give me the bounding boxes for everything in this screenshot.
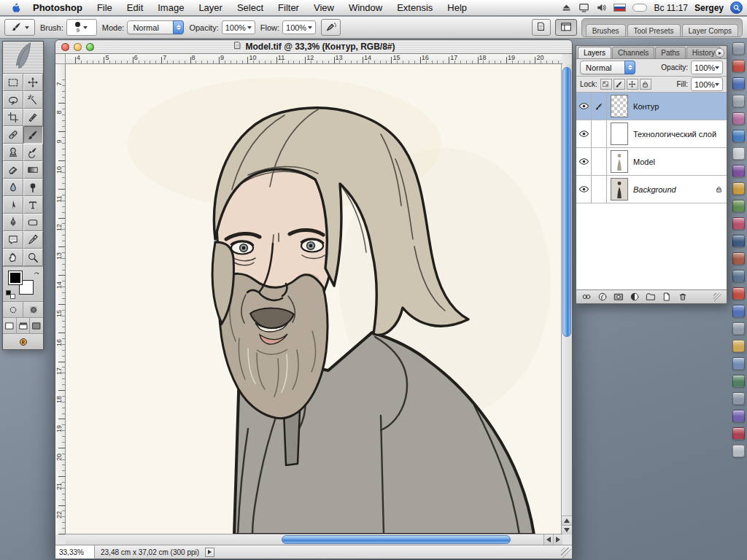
dock-palette-icon[interactable] bbox=[732, 77, 745, 90]
menu-select[interactable]: Select bbox=[230, 0, 271, 15]
menu-extensis[interactable]: Extensis bbox=[390, 0, 440, 15]
dock-palette-icon[interactable] bbox=[732, 392, 745, 405]
delete-layer-icon[interactable] bbox=[678, 292, 688, 302]
dock-palette-icon[interactable] bbox=[732, 130, 745, 142]
dock-palette-icon[interactable] bbox=[732, 95, 745, 107]
well-tab-layer-comps[interactable]: Layer Comps bbox=[682, 24, 738, 36]
standard-screen-button[interactable] bbox=[3, 318, 17, 333]
foreground-color-swatch[interactable] bbox=[8, 271, 23, 285]
menu-window[interactable]: Window bbox=[341, 0, 390, 15]
palette-list-button[interactable] bbox=[532, 19, 551, 36]
dock-palette-icon[interactable] bbox=[732, 112, 745, 125]
horizontal-scrollbar[interactable] bbox=[66, 534, 562, 545]
layer-thumbnail[interactable] bbox=[611, 150, 628, 173]
vertical-scroll-thumb[interactable] bbox=[562, 67, 571, 337]
dock-palette-icon[interactable] bbox=[732, 252, 745, 265]
mode-select[interactable]: Normal bbox=[127, 20, 184, 34]
layer-thumbnail[interactable] bbox=[611, 95, 628, 117]
quick-mask-button[interactable] bbox=[23, 302, 43, 317]
lock-transparency-icon[interactable] bbox=[600, 79, 612, 90]
file-browser-toggle[interactable] bbox=[555, 19, 577, 36]
well-tab-tool-presets[interactable]: Tool Presets bbox=[627, 24, 681, 36]
toolbox-header[interactable] bbox=[3, 42, 43, 74]
menu-filter[interactable]: Filter bbox=[271, 0, 306, 15]
imageready-button[interactable] bbox=[3, 334, 43, 349]
layer-name[interactable]: Background bbox=[632, 185, 713, 194]
layer-row-2[interactable]: Model bbox=[576, 148, 727, 176]
layer-fill-field[interactable]: 100% bbox=[691, 77, 723, 91]
dock-palette-icon[interactable] bbox=[732, 357, 745, 370]
dock-palette-icon[interactable] bbox=[732, 375, 745, 387]
dock-palette-icon[interactable] bbox=[732, 410, 745, 422]
gradient-tool[interactable] bbox=[23, 161, 44, 179]
history-brush-tool[interactable] bbox=[23, 144, 44, 161]
dock-palette-icon[interactable] bbox=[732, 42, 745, 55]
apple-menu[interactable] bbox=[6, 2, 26, 13]
menu-help[interactable]: Help bbox=[440, 0, 474, 15]
dodge-tool[interactable] bbox=[23, 179, 44, 196]
zoom-tool[interactable] bbox=[23, 249, 44, 266]
menu-edit[interactable]: Edit bbox=[120, 0, 150, 15]
fullscreen-button[interactable] bbox=[30, 318, 43, 333]
canvas[interactable] bbox=[66, 64, 562, 534]
menu-user[interactable]: Sergey bbox=[694, 3, 724, 13]
dock-palette-icon[interactable] bbox=[732, 147, 745, 160]
palette-menu-button[interactable] bbox=[715, 48, 724, 58]
swap-colors-icon[interactable] bbox=[33, 268, 42, 281]
flow-field[interactable]: 100% bbox=[282, 20, 316, 34]
dock-palette-icon[interactable] bbox=[732, 427, 745, 440]
window-resize-grip[interactable] bbox=[561, 548, 571, 558]
spotlight-button[interactable] bbox=[730, 1, 743, 14]
layer-name[interactable]: Model bbox=[632, 158, 727, 166]
horizontal-scroll-thumb[interactable] bbox=[282, 535, 511, 544]
dock-palette-icon[interactable] bbox=[732, 305, 745, 317]
slice-tool[interactable] bbox=[23, 109, 44, 126]
layer-group-icon[interactable] bbox=[646, 292, 656, 302]
type-tool[interactable] bbox=[23, 196, 44, 214]
dock-palette-icon[interactable] bbox=[732, 287, 745, 300]
layer-opacity-field[interactable]: 100% bbox=[691, 61, 723, 74]
flag-ru-icon[interactable] bbox=[614, 4, 626, 12]
default-colors-icon[interactable] bbox=[6, 290, 15, 299]
dock-palette-icon[interactable] bbox=[732, 235, 745, 247]
layer-name[interactable]: Контур bbox=[632, 102, 727, 111]
layer-visibility-eye-icon[interactable] bbox=[576, 148, 592, 175]
layer-thumbnail[interactable] bbox=[611, 122, 628, 145]
scroll-up-arrow[interactable] bbox=[562, 516, 572, 525]
layer-mask-icon[interactable] bbox=[614, 292, 624, 302]
brush-preset-selector[interactable]: 9 bbox=[66, 19, 97, 36]
lock-all-icon[interactable] bbox=[640, 79, 651, 90]
tool-preset-picker[interactable] bbox=[4, 19, 35, 36]
menu-file[interactable]: File bbox=[90, 0, 120, 15]
menu-layer[interactable]: Layer bbox=[191, 0, 230, 15]
lock-position-icon[interactable] bbox=[627, 79, 638, 90]
palette-tab-channels[interactable]: Channels bbox=[612, 47, 654, 58]
menu-view[interactable]: View bbox=[306, 0, 341, 15]
layer-style-icon[interactable] bbox=[597, 292, 608, 302]
clone-stamp-tool[interactable] bbox=[3, 144, 23, 161]
layer-row-3[interactable]: Background bbox=[576, 176, 727, 203]
crop-tool[interactable] bbox=[3, 109, 23, 126]
dock-palette-icon[interactable] bbox=[732, 182, 745, 195]
volume-icon[interactable] bbox=[596, 2, 607, 13]
hand-tool[interactable] bbox=[3, 249, 23, 266]
adjustment-layer-icon[interactable] bbox=[630, 292, 640, 302]
document-titlebar[interactable]: Model.tif @ 33,3% (Контур, RGB/8#) bbox=[55, 40, 572, 54]
palette-resize-grip[interactable] bbox=[713, 293, 721, 301]
fullscreen-menubar-button[interactable] bbox=[17, 318, 31, 333]
scroll-right-arrow[interactable] bbox=[553, 534, 562, 545]
dock-palette-icon[interactable] bbox=[732, 322, 745, 335]
layer-thumbnail[interactable] bbox=[611, 178, 628, 201]
display-icon[interactable] bbox=[578, 2, 589, 13]
menu-photoshop[interactable]: Photoshop bbox=[26, 0, 90, 15]
eject-icon[interactable] bbox=[561, 2, 572, 13]
move-tool[interactable] bbox=[23, 74, 44, 91]
standard-mode-button[interactable] bbox=[3, 302, 23, 317]
minimize-button[interactable] bbox=[74, 43, 82, 51]
dock-palette-icon[interactable] bbox=[732, 340, 745, 352]
palette-tab-layers[interactable]: Layers bbox=[578, 47, 611, 58]
layer-visibility-eye-icon[interactable] bbox=[576, 120, 592, 147]
scroll-left-arrow[interactable] bbox=[543, 534, 553, 545]
palette-tab-paths[interactable]: Paths bbox=[655, 47, 686, 58]
magic-wand-tool[interactable] bbox=[23, 91, 44, 109]
